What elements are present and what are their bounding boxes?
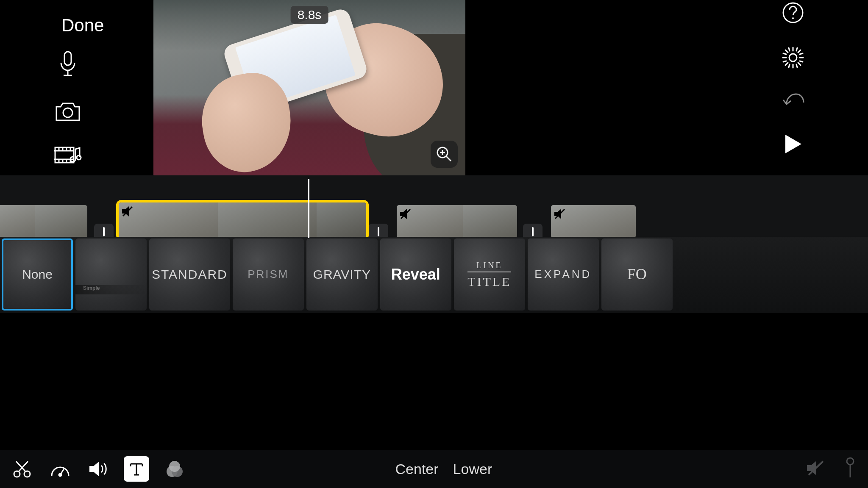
timeline-clip-selected[interactable] — [119, 202, 366, 238]
title-style-standard[interactable]: STANDARD — [149, 238, 230, 311]
svg-point-65 — [847, 458, 854, 465]
title-style-label: EXPAND — [532, 269, 594, 280]
timeline-clip[interactable] — [397, 205, 517, 238]
help-icon[interactable] — [782, 2, 804, 24]
svg-line-30 — [785, 63, 788, 65]
title-style-label: PRISM — [245, 269, 291, 280]
timeline[interactable] — [0, 175, 868, 239]
bottom-toolbar: Center Lower — [0, 450, 868, 488]
title-style-label: GRAVITY — [311, 268, 373, 281]
title-style-label: Simple — [81, 286, 102, 291]
svg-line-28 — [798, 63, 801, 65]
play-icon[interactable] — [783, 134, 803, 154]
svg-point-3 — [63, 108, 72, 117]
timeline-clip[interactable] — [551, 205, 636, 238]
pin-icon[interactable] — [844, 457, 856, 481]
mute-toggle-icon[interactable] — [806, 460, 825, 478]
microphone-icon[interactable] — [58, 51, 78, 79]
title-styles-row[interactable]: None Simple STANDARD PRISM GRAVITY Revea… — [0, 237, 868, 313]
title-style-label: Reveal — [389, 266, 443, 283]
playhead[interactable] — [308, 179, 309, 238]
muted-icon — [121, 205, 136, 219]
svg-line-38 — [800, 53, 803, 54]
title-style-line-title[interactable]: LINETITLE — [454, 238, 525, 311]
title-style-gravity[interactable]: GRAVITY — [306, 238, 378, 311]
title-style-focus[interactable]: FO — [601, 238, 673, 311]
svg-marker-54 — [89, 462, 99, 476]
svg-rect-0 — [64, 52, 71, 65]
clip-duration-badge: 8.8s — [291, 6, 328, 24]
media-library-icon[interactable] — [54, 145, 81, 165]
svg-point-22 — [789, 54, 797, 61]
muted-icon — [554, 208, 568, 222]
svg-point-53 — [59, 474, 61, 476]
svg-line-32 — [796, 64, 797, 67]
svg-line-34 — [789, 64, 790, 67]
title-style-simple[interactable]: Simple — [75, 238, 147, 311]
svg-line-27 — [785, 50, 788, 53]
title-style-expand[interactable]: EXPAND — [528, 238, 599, 311]
svg-line-17 — [446, 156, 451, 161]
svg-point-21 — [792, 17, 794, 19]
zoom-in-button[interactable] — [431, 141, 458, 168]
svg-point-49 — [24, 471, 30, 477]
video-preview[interactable]: 8.8s — [153, 0, 465, 175]
svg-line-37 — [783, 61, 786, 62]
svg-point-48 — [14, 471, 20, 477]
camera-icon[interactable] — [55, 102, 81, 122]
svg-point-15 — [77, 155, 81, 160]
svg-point-62 — [169, 461, 180, 472]
speed-button[interactable] — [47, 456, 73, 482]
title-style-none[interactable]: None — [2, 238, 73, 311]
title-style-label: None — [19, 268, 55, 281]
svg-line-36 — [800, 61, 803, 62]
muted-icon — [399, 208, 414, 222]
title-style-reveal[interactable]: Reveal — [380, 238, 451, 311]
timeline-clip[interactable] — [0, 205, 87, 238]
volume-button[interactable] — [86, 456, 111, 482]
svg-line-31 — [789, 48, 790, 51]
settings-icon[interactable] — [782, 47, 804, 69]
filter-button[interactable] — [162, 456, 187, 482]
cut-button[interactable] — [9, 456, 35, 482]
svg-marker-39 — [785, 135, 801, 153]
text-button[interactable] — [124, 456, 149, 482]
position-center-option[interactable]: Center — [395, 461, 439, 477]
title-style-label: FO — [625, 266, 649, 283]
done-button[interactable]: Done — [61, 15, 104, 36]
undo-icon[interactable] — [782, 92, 804, 111]
svg-line-29 — [798, 50, 801, 53]
position-lower-option[interactable]: Lower — [453, 461, 492, 477]
preview-area: Done — [0, 0, 868, 175]
title-style-label: LINETITLE — [465, 261, 514, 288]
svg-line-33 — [796, 48, 797, 51]
title-style-prism[interactable]: PRISM — [233, 238, 304, 311]
title-style-label: STANDARD — [149, 268, 230, 281]
svg-line-35 — [783, 53, 786, 54]
